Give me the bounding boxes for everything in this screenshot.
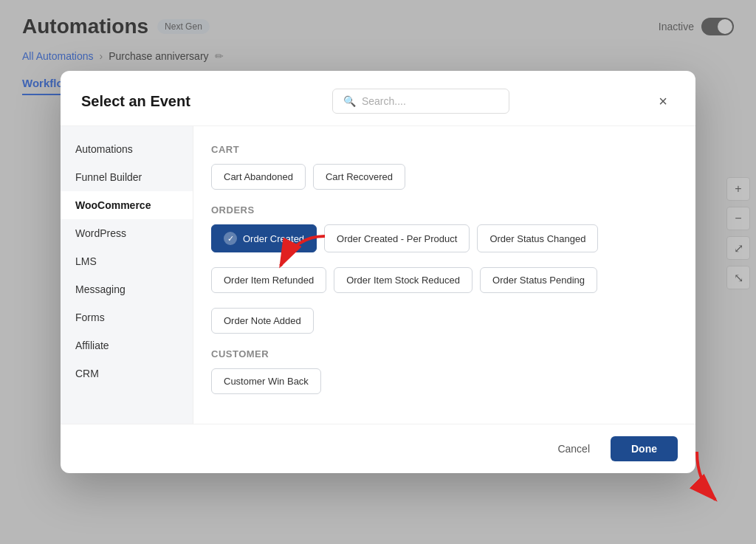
sidebar-item-forms[interactable]: Forms — [61, 303, 193, 331]
event-chip-order-created-per-product[interactable]: Order Created - Per Product — [324, 224, 470, 252]
orders-section-title: Orders — [211, 204, 678, 216]
modal-header: Select an Event 🔍 × — [61, 71, 695, 126]
search-box[interactable]: 🔍 — [332, 89, 509, 114]
orders-chips-row3: Order Note Added — [211, 308, 678, 334]
orders-section: Orders ✓ Order Created Order Created - P… — [211, 204, 678, 334]
orders-chips-row2: Order Item Refunded Order Item Stock Red… — [211, 267, 678, 293]
modal-sidebar: Automations Funnel Builder WooCommerce W… — [61, 126, 193, 424]
event-chip-customer-win-back[interactable]: Customer Win Back — [211, 368, 321, 394]
search-icon: 🔍 — [343, 95, 356, 107]
event-chip-cart-abandoned[interactable]: Cart Abandoned — [211, 164, 306, 190]
check-icon: ✓ — [224, 232, 237, 245]
event-chip-order-created[interactable]: ✓ Order Created — [211, 224, 317, 252]
sidebar-item-automations[interactable]: Automations — [61, 135, 193, 163]
cart-chips: Cart Abandoned Cart Recovered — [211, 164, 678, 190]
event-chip-order-item-refunded[interactable]: Order Item Refunded — [211, 267, 326, 293]
cancel-button[interactable]: Cancel — [546, 436, 602, 461]
event-chip-order-status-changed[interactable]: Order Status Changed — [477, 224, 598, 252]
modal-footer: Cancel Done — [61, 424, 695, 473]
event-chip-order-item-stock-reduced[interactable]: Order Item Stock Reduced — [334, 267, 472, 293]
modal-title: Select an Event — [81, 93, 190, 110]
event-chip-cart-recovered[interactable]: Cart Recovered — [313, 164, 405, 190]
event-chip-order-status-pending[interactable]: Order Status Pending — [480, 267, 597, 293]
sidebar-item-woocommerce[interactable]: WooCommerce — [61, 191, 193, 219]
customer-section: Customer Customer Win Back — [211, 348, 678, 394]
sidebar-item-crm[interactable]: CRM — [61, 359, 193, 388]
cart-section: Cart Cart Abandoned Cart Recovered — [211, 144, 678, 190]
sidebar-item-messaging[interactable]: Messaging — [61, 275, 193, 303]
sidebar-item-funnel-builder[interactable]: Funnel Builder — [61, 163, 193, 191]
orders-chips: ✓ Order Created Order Created - Per Prod… — [211, 224, 678, 252]
sidebar-item-lms[interactable]: LMS — [61, 247, 193, 275]
close-button[interactable]: × — [651, 89, 675, 113]
done-button[interactable]: Done — [611, 436, 678, 461]
customer-section-title: Customer — [211, 348, 678, 359]
cart-section-title: Cart — [211, 144, 678, 155]
events-content: Cart Cart Abandoned Cart Recovered Order… — [193, 126, 695, 424]
event-chip-order-note-added[interactable]: Order Note Added — [211, 308, 314, 334]
search-input[interactable] — [362, 95, 498, 107]
sidebar-item-affiliate[interactable]: Affiliate — [61, 331, 193, 359]
select-event-modal: Select an Event 🔍 × Automations Funnel B… — [61, 71, 695, 473]
modal-overlay: Select an Event 🔍 × Automations Funnel B… — [0, 0, 756, 544]
customer-chips: Customer Win Back — [211, 368, 678, 394]
sidebar-item-wordpress[interactable]: WordPress — [61, 219, 193, 247]
modal-body: Automations Funnel Builder WooCommerce W… — [61, 126, 695, 424]
